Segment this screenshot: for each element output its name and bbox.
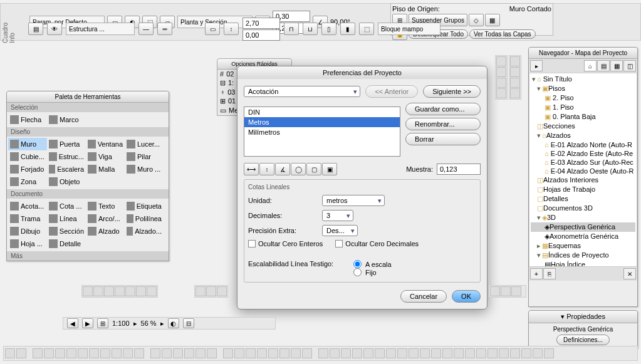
nav-b3[interactable]: ✕: [623, 268, 636, 279]
bt-47[interactable]: [544, 348, 554, 358]
m3-2[interactable]: [501, 286, 511, 296]
r2-i4[interactable]: ▮: [340, 23, 355, 35]
bt-39[interactable]: [454, 348, 464, 358]
bt-45[interactable]: [521, 348, 531, 358]
eye-icon[interactable]: 👁: [47, 23, 62, 35]
tool-detalle[interactable]: Detalle: [47, 237, 86, 250]
tree-hojaindice[interactable]: ▤Hoja Índice: [531, 260, 635, 267]
tree-doc3d[interactable]: ▢Documentos 3D: [531, 204, 635, 213]
cancel-button[interactable]: Cancelar: [400, 290, 447, 303]
bt-41[interactable]: [476, 348, 486, 358]
bloque-combo[interactable]: Bloque mampo: [378, 23, 440, 35]
list-item-metros[interactable]: Metros: [244, 117, 400, 127]
bt-24[interactable]: [279, 348, 289, 358]
bt-32[interactable]: [375, 348, 385, 358]
bt-4[interactable]: [44, 348, 54, 358]
dim-type-4[interactable]: ◯: [291, 163, 306, 175]
tool-acota[interactable]: Acota...: [8, 200, 47, 212]
tree-root[interactable]: ▾⌂ Sin Título: [531, 75, 635, 84]
bt-14[interactable]: [162, 348, 172, 358]
muestra-input[interactable]: [437, 164, 481, 175]
at2-4[interactable]: [510, 88, 520, 98]
bt-1[interactable]: [5, 348, 15, 358]
r2-i3[interactable]: ▯: [321, 23, 336, 35]
tool-zona[interactable]: Zona: [8, 175, 47, 188]
nav-tab-views[interactable]: ▤: [597, 60, 610, 71]
nav-b1[interactable]: +: [530, 268, 543, 279]
sec-seleccion[interactable]: Selección: [7, 103, 169, 112]
bt-20[interactable]: [234, 348, 244, 358]
sb-i2[interactable]: ▶: [82, 318, 93, 328]
tree-esquemas[interactable]: ▸▦Esquemas: [531, 241, 635, 251]
sb-i1[interactable]: ◀: [67, 318, 78, 328]
precision-combo[interactable]: Des...: [322, 225, 358, 236]
tool-pilar[interactable]: Pilar: [125, 150, 164, 163]
tool-ventana[interactable]: Ventana: [86, 138, 125, 150]
layer-icon[interactable]: ▤: [28, 23, 43, 35]
tree-perspectiva[interactable]: ◈Perspectiva Genérica: [531, 222, 635, 232]
tool-linea[interactable]: Línea: [47, 212, 86, 225]
m3-3[interactable]: [511, 286, 521, 296]
sec-documento[interactable]: Documento: [7, 189, 169, 199]
nav-tab-map[interactable]: ⌂: [584, 60, 597, 71]
tool-texto[interactable]: Texto: [86, 200, 125, 212]
r2-i2[interactable]: ⊔: [303, 23, 318, 35]
tool-objeto[interactable]: Objeto: [47, 175, 86, 188]
tool-escalera[interactable]: Escalera: [47, 163, 86, 175]
bt-28[interactable]: [330, 348, 340, 358]
line2-icon[interactable]: ═: [157, 23, 172, 35]
tool-polilinea[interactable]: Polilínea: [125, 212, 164, 225]
tree-alzint[interactable]: ◫Alzados Interiores: [531, 175, 635, 185]
prev-button[interactable]: << Anterior: [365, 85, 418, 98]
bt-36[interactable]: [420, 348, 430, 358]
bt-35[interactable]: [409, 348, 419, 358]
bt-13[interactable]: [150, 348, 160, 358]
tool-marco[interactable]: Marco: [47, 113, 86, 126]
tool-dibujo[interactable]: Dibujo: [8, 225, 47, 237]
estructura-combo[interactable]: Estructura ...: [66, 23, 135, 35]
dim-type-5[interactable]: ▢: [306, 163, 321, 175]
bt-42[interactable]: [487, 348, 498, 358]
bt-33[interactable]: [386, 348, 396, 358]
r2-i5[interactable]: ⬚: [359, 23, 374, 35]
m3-1[interactable]: [490, 286, 500, 296]
dim-type-3[interactable]: ∡: [275, 163, 290, 175]
bt-21[interactable]: [246, 348, 256, 358]
sec-mas[interactable]: Más: [7, 251, 169, 261]
bt-18[interactable]: [207, 348, 217, 358]
m1-2[interactable]: [93, 286, 103, 296]
bt-43[interactable]: [499, 348, 509, 358]
at-2[interactable]: [496, 67, 506, 77]
bt-3[interactable]: [33, 348, 43, 358]
bt-15[interactable]: [173, 348, 183, 358]
a-escala-radio[interactable]: [353, 260, 362, 268]
tool-etiqueta[interactable]: Etiqueta: [125, 200, 164, 212]
bt-6[interactable]: [66, 348, 76, 358]
bt-34[interactable]: [397, 348, 407, 358]
tool-hoja[interactable]: Hoja ...: [8, 237, 47, 250]
ocultar-decimales-checkbox[interactable]: [335, 240, 343, 247]
tree-piso2[interactable]: ▣ 2. Piso: [531, 93, 635, 103]
nav-tab-expand[interactable]: ▸: [530, 60, 543, 71]
tree-piso1[interactable]: ▣ 1. Piso: [531, 103, 635, 112]
tree-e04[interactable]: ⌂ E-04 Alzado Oeste (Auto-R: [531, 167, 635, 175]
tool-forjado[interactable]: Forjado: [8, 163, 47, 175]
delete-button[interactable]: Borrar: [405, 133, 481, 145]
fijo-radio[interactable]: [353, 268, 362, 276]
tree-e02[interactable]: ⌂ E-02 Alzado Este (Auto-Re: [531, 149, 635, 158]
scale-value[interactable]: 1:100: [112, 320, 130, 327]
bt-37[interactable]: [431, 348, 441, 358]
ocultar-enteros-checkbox[interactable]: [248, 240, 256, 247]
sec-diseno[interactable]: Diseño: [7, 127, 169, 137]
dim-type-2[interactable]: ↕: [259, 163, 274, 175]
tool-puerta[interactable]: Puerta: [47, 138, 86, 150]
at2-3[interactable]: [510, 78, 520, 88]
tool-seccion[interactable]: Sección: [47, 225, 86, 237]
tree-hojas[interactable]: ▢Hojas de Trabajo: [531, 185, 635, 194]
definiciones-button[interactable]: Definiciones...: [556, 335, 610, 345]
m1-6[interactable]: [136, 286, 146, 296]
decimales-combo[interactable]: 3: [322, 210, 353, 221]
tree-plantabaja[interactable]: ▣ 0. Planta Baja: [531, 112, 635, 122]
tool-lucer[interactable]: Lucer...: [125, 138, 164, 150]
tool-alzado2[interactable]: Alzado...: [125, 225, 164, 237]
